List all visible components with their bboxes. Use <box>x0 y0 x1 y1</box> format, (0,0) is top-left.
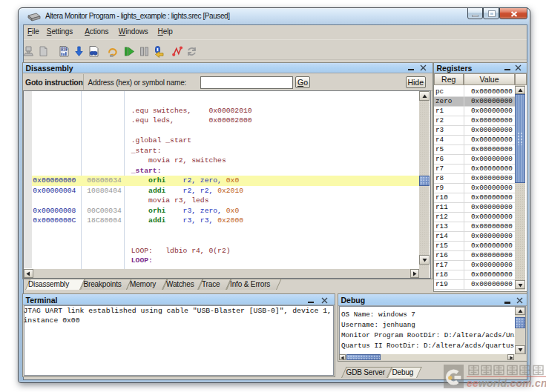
svg-text:010: 010 <box>61 47 68 51</box>
